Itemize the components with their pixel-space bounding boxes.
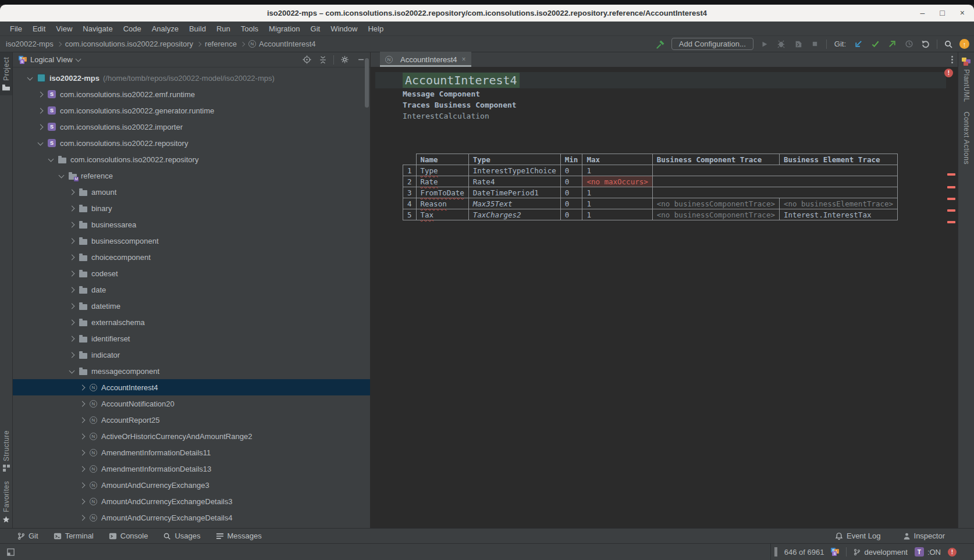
menu-edit[interactable]: Edit	[27, 24, 51, 33]
cell-type[interactable]: InterestType1Choice	[468, 165, 560, 176]
error-stripe-mark[interactable]	[947, 209, 955, 212]
update-notification-button[interactable]: ↑	[959, 39, 969, 49]
tree-expand-chevron-icon[interactable]	[38, 108, 44, 113]
menu-analyze[interactable]: Analyze	[147, 24, 184, 33]
tool-window-toggle-button[interactable]	[5, 546, 16, 558]
tree-collapse-chevron-icon[interactable]	[59, 172, 65, 178]
tree-expand-chevron-icon[interactable]	[69, 270, 75, 276]
toggle-widget[interactable]: T :ON	[915, 547, 941, 557]
error-stripe-mark[interactable]	[947, 186, 955, 188]
tool-button-terminal[interactable]: Terminal	[54, 532, 94, 540]
cell-max[interactable]: 1	[582, 165, 652, 176]
tree-item-AmountAndCurrencyExchange3[interactable]: NAmountAndCurrencyExchange3	[13, 477, 370, 493]
tree-expand-chevron-icon[interactable]	[69, 336, 75, 341]
menu-tools[interactable]: Tools	[236, 24, 264, 33]
menu-view[interactable]: View	[51, 24, 77, 33]
tree-item-amount[interactable]: amount	[13, 184, 370, 200]
tree-item-com.iconsolutions.iso20022.importer[interactable]: Scom.iconsolutions.iso20022.importer	[13, 119, 370, 135]
tree-item-date[interactable]: date	[13, 281, 370, 298]
tree-item-identifierset[interactable]: identifierset	[13, 330, 370, 347]
traces-label-line[interactable]: Traces Business Component	[403, 99, 958, 110]
cell-row-number[interactable]: 2	[403, 176, 417, 187]
error-stripe-mark[interactable]	[947, 221, 955, 223]
cell-type[interactable]: Max35Text	[468, 198, 560, 209]
maximize-button[interactable]: □	[940, 5, 944, 22]
tree-collapse-chevron-icon[interactable]	[69, 368, 75, 373]
tree-collapse-chevron-icon[interactable]	[27, 74, 33, 80]
cell-trace-empty[interactable]	[652, 187, 897, 198]
tree-expand-chevron-icon[interactable]	[69, 352, 75, 358]
menu-file[interactable]: File	[5, 24, 27, 33]
close-button[interactable]: ×	[960, 5, 965, 22]
menu-window[interactable]: Window	[325, 24, 362, 33]
breadcrumb-item[interactable]: iso20022-mps	[6, 40, 54, 48]
tree-item-datetime[interactable]: datetime	[13, 298, 370, 314]
tree-item-codeset[interactable]: codeset	[13, 265, 370, 281]
error-stripe-mark[interactable]	[947, 173, 955, 176]
tree-expand-chevron-icon[interactable]	[80, 433, 86, 439]
tree-expand-chevron-icon[interactable]	[80, 417, 86, 423]
tree-expand-chevron-icon[interactable]	[80, 515, 86, 520]
collapse-all-button[interactable]	[317, 54, 329, 66]
tree-item-com.iconsolutions.iso20022.repository[interactable]: Scom.iconsolutions.iso20022.repository	[13, 135, 370, 151]
cell-row-number[interactable]: 1	[403, 165, 417, 176]
error-indicator[interactable]: !	[944, 69, 953, 77]
tree-expand-chevron-icon[interactable]	[69, 238, 75, 244]
tool-button-inspector[interactable]: Inspector	[903, 532, 945, 540]
run-button[interactable]	[759, 38, 770, 50]
tool-stripe-favorites[interactable]: Favorites	[2, 476, 10, 528]
tool-button-usages[interactable]: Usages	[163, 532, 200, 540]
cell-type[interactable]: TaxCharges2	[468, 209, 560, 220]
cell-type[interactable]: Rate4	[468, 176, 560, 187]
tree-collapse-chevron-icon[interactable]	[48, 156, 54, 162]
cell-name[interactable]: Tax	[416, 209, 468, 220]
menu-run[interactable]: Run	[211, 24, 236, 33]
git-push-button[interactable]	[886, 38, 898, 50]
cell-max[interactable]: 1	[582, 209, 652, 220]
tool-button-console[interactable]: Console	[109, 532, 148, 540]
cell-name[interactable]: Reason	[416, 198, 468, 209]
cell-max[interactable]: 1	[582, 187, 652, 198]
tree-expand-chevron-icon[interactable]	[69, 303, 75, 309]
tool-button-git[interactable]: Git	[17, 532, 38, 540]
tree-item-businesscomponent[interactable]: businesscomponent	[13, 233, 370, 249]
error-stripe-mark[interactable]	[947, 198, 955, 200]
breadcrumb-item[interactable]: NAccountInterest4	[248, 40, 316, 48]
error-status-icon[interactable]: !	[948, 548, 957, 557]
mps-editor[interactable]: AccountInterest4 Message Component Trace…	[371, 67, 958, 528]
cell-business-element-trace[interactable]: <no businessElementTrace>	[779, 198, 897, 209]
settings-button[interactable]	[339, 54, 350, 66]
cell-max[interactable]: 1	[582, 198, 652, 209]
cell-trace-empty[interactable]	[652, 165, 897, 176]
tree-expand-chevron-icon[interactable]	[80, 401, 86, 406]
tree-expand-chevron-icon[interactable]	[69, 189, 75, 195]
tree-item-com.iconsolutions.iso20022.emf.runtime[interactable]: Scom.iconsolutions.iso20022.emf.runtime	[13, 86, 370, 102]
tree-item-AmountAndCurrencyExchangeDetails4[interactable]: NAmountAndCurrencyExchangeDetails4	[13, 509, 370, 526]
menu-migration[interactable]: Migration	[264, 24, 305, 33]
chevron-down-icon[interactable]	[75, 56, 81, 62]
cell-min[interactable]: 0	[560, 209, 582, 220]
tree-expand-chevron-icon[interactable]	[69, 319, 75, 325]
cell-min[interactable]: 0	[560, 187, 582, 198]
tree-expand-chevron-icon[interactable]	[69, 287, 75, 293]
locate-node-button[interactable]	[301, 54, 312, 66]
tree-item-AccountReport25[interactable]: NAccountReport25	[13, 412, 370, 428]
tree-expand-chevron-icon[interactable]	[69, 222, 75, 227]
tool-button-event-log[interactable]: Event Log	[835, 532, 881, 540]
tree-scrollbar[interactable]	[365, 58, 369, 108]
tool-button-messages[interactable]: Messages	[216, 532, 262, 540]
rollback-button[interactable]	[920, 38, 932, 50]
cell-type[interactable]: DateTimePeriod1	[468, 187, 560, 198]
coverage-button[interactable]	[792, 38, 804, 50]
cell-name[interactable]: FromToDate	[416, 187, 468, 198]
cell-min[interactable]: 0	[560, 198, 582, 209]
tree-item-AmountAndCurrencyExchangeDetails3[interactable]: NAmountAndCurrencyExchangeDetails3	[13, 493, 370, 509]
tree-expand-chevron-icon[interactable]	[38, 91, 44, 97]
tree-item-businessarea[interactable]: businessarea	[13, 216, 370, 233]
tree-item-externalschema[interactable]: externalschema	[13, 314, 370, 330]
tool-stripe-context-actions[interactable]: Context Actions	[962, 107, 971, 169]
menu-code[interactable]: Code	[118, 24, 147, 33]
breadcrumb-item[interactable]: reference	[205, 40, 237, 48]
tree-item-binary[interactable]: binary	[13, 200, 370, 216]
tab-options-kebab-icon[interactable]	[951, 56, 953, 63]
